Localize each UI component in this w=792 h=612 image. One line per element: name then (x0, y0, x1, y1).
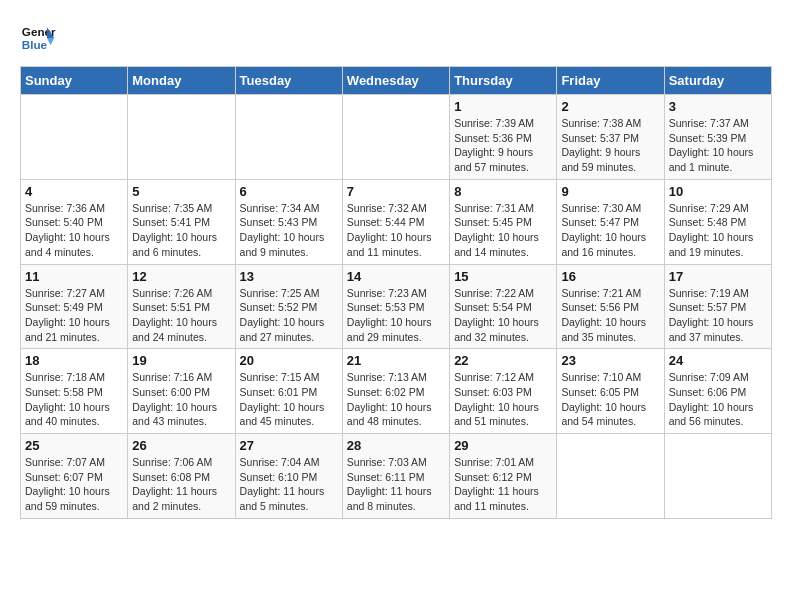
logo: General Blue (20, 20, 56, 56)
calendar: SundayMondayTuesdayWednesdayThursdayFrid… (20, 66, 772, 519)
calendar-cell: 16Sunrise: 7:21 AM Sunset: 5:56 PM Dayli… (557, 264, 664, 349)
day-number: 7 (347, 184, 445, 199)
svg-marker-3 (47, 38, 54, 45)
day-number: 21 (347, 353, 445, 368)
day-number: 25 (25, 438, 123, 453)
day-info: Sunrise: 7:29 AM Sunset: 5:48 PM Dayligh… (669, 201, 767, 260)
logo-icon: General Blue (20, 20, 56, 56)
day-info: Sunrise: 7:23 AM Sunset: 5:53 PM Dayligh… (347, 286, 445, 345)
day-info: Sunrise: 7:13 AM Sunset: 6:02 PM Dayligh… (347, 370, 445, 429)
calendar-cell: 21Sunrise: 7:13 AM Sunset: 6:02 PM Dayli… (342, 349, 449, 434)
calendar-cell: 4Sunrise: 7:36 AM Sunset: 5:40 PM Daylig… (21, 179, 128, 264)
calendar-week-5: 25Sunrise: 7:07 AM Sunset: 6:07 PM Dayli… (21, 434, 772, 519)
weekday-header-sunday: Sunday (21, 67, 128, 95)
calendar-cell: 19Sunrise: 7:16 AM Sunset: 6:00 PM Dayli… (128, 349, 235, 434)
day-number: 12 (132, 269, 230, 284)
calendar-week-1: 1Sunrise: 7:39 AM Sunset: 5:36 PM Daylig… (21, 95, 772, 180)
calendar-cell: 15Sunrise: 7:22 AM Sunset: 5:54 PM Dayli… (450, 264, 557, 349)
day-number: 13 (240, 269, 338, 284)
calendar-cell: 1Sunrise: 7:39 AM Sunset: 5:36 PM Daylig… (450, 95, 557, 180)
day-info: Sunrise: 7:34 AM Sunset: 5:43 PM Dayligh… (240, 201, 338, 260)
day-number: 2 (561, 99, 659, 114)
calendar-cell: 6Sunrise: 7:34 AM Sunset: 5:43 PM Daylig… (235, 179, 342, 264)
calendar-cell (342, 95, 449, 180)
day-number: 18 (25, 353, 123, 368)
day-number: 10 (669, 184, 767, 199)
day-number: 27 (240, 438, 338, 453)
calendar-cell (235, 95, 342, 180)
calendar-cell: 12Sunrise: 7:26 AM Sunset: 5:51 PM Dayli… (128, 264, 235, 349)
day-info: Sunrise: 7:09 AM Sunset: 6:06 PM Dayligh… (669, 370, 767, 429)
day-info: Sunrise: 7:18 AM Sunset: 5:58 PM Dayligh… (25, 370, 123, 429)
calendar-cell (128, 95, 235, 180)
calendar-cell: 10Sunrise: 7:29 AM Sunset: 5:48 PM Dayli… (664, 179, 771, 264)
day-number: 5 (132, 184, 230, 199)
day-info: Sunrise: 7:21 AM Sunset: 5:56 PM Dayligh… (561, 286, 659, 345)
day-number: 14 (347, 269, 445, 284)
day-number: 20 (240, 353, 338, 368)
day-number: 8 (454, 184, 552, 199)
day-info: Sunrise: 7:35 AM Sunset: 5:41 PM Dayligh… (132, 201, 230, 260)
weekday-header-wednesday: Wednesday (342, 67, 449, 95)
day-info: Sunrise: 7:38 AM Sunset: 5:37 PM Dayligh… (561, 116, 659, 175)
day-info: Sunrise: 7:36 AM Sunset: 5:40 PM Dayligh… (25, 201, 123, 260)
day-info: Sunrise: 7:16 AM Sunset: 6:00 PM Dayligh… (132, 370, 230, 429)
calendar-cell: 28Sunrise: 7:03 AM Sunset: 6:11 PM Dayli… (342, 434, 449, 519)
day-info: Sunrise: 7:31 AM Sunset: 5:45 PM Dayligh… (454, 201, 552, 260)
calendar-cell: 9Sunrise: 7:30 AM Sunset: 5:47 PM Daylig… (557, 179, 664, 264)
calendar-cell: 2Sunrise: 7:38 AM Sunset: 5:37 PM Daylig… (557, 95, 664, 180)
calendar-cell: 24Sunrise: 7:09 AM Sunset: 6:06 PM Dayli… (664, 349, 771, 434)
day-info: Sunrise: 7:39 AM Sunset: 5:36 PM Dayligh… (454, 116, 552, 175)
day-number: 1 (454, 99, 552, 114)
calendar-cell: 14Sunrise: 7:23 AM Sunset: 5:53 PM Dayli… (342, 264, 449, 349)
calendar-cell: 27Sunrise: 7:04 AM Sunset: 6:10 PM Dayli… (235, 434, 342, 519)
day-number: 9 (561, 184, 659, 199)
day-number: 17 (669, 269, 767, 284)
calendar-cell: 22Sunrise: 7:12 AM Sunset: 6:03 PM Dayli… (450, 349, 557, 434)
calendar-cell: 13Sunrise: 7:25 AM Sunset: 5:52 PM Dayli… (235, 264, 342, 349)
calendar-cell (664, 434, 771, 519)
day-number: 16 (561, 269, 659, 284)
calendar-cell: 11Sunrise: 7:27 AM Sunset: 5:49 PM Dayli… (21, 264, 128, 349)
calendar-cell (21, 95, 128, 180)
calendar-week-4: 18Sunrise: 7:18 AM Sunset: 5:58 PM Dayli… (21, 349, 772, 434)
calendar-cell: 17Sunrise: 7:19 AM Sunset: 5:57 PM Dayli… (664, 264, 771, 349)
day-number: 6 (240, 184, 338, 199)
calendar-cell: 29Sunrise: 7:01 AM Sunset: 6:12 PM Dayli… (450, 434, 557, 519)
calendar-cell: 20Sunrise: 7:15 AM Sunset: 6:01 PM Dayli… (235, 349, 342, 434)
day-info: Sunrise: 7:19 AM Sunset: 5:57 PM Dayligh… (669, 286, 767, 345)
day-number: 29 (454, 438, 552, 453)
calendar-cell: 7Sunrise: 7:32 AM Sunset: 5:44 PM Daylig… (342, 179, 449, 264)
weekday-header-monday: Monday (128, 67, 235, 95)
calendar-cell: 8Sunrise: 7:31 AM Sunset: 5:45 PM Daylig… (450, 179, 557, 264)
calendar-cell: 3Sunrise: 7:37 AM Sunset: 5:39 PM Daylig… (664, 95, 771, 180)
calendar-week-2: 4Sunrise: 7:36 AM Sunset: 5:40 PM Daylig… (21, 179, 772, 264)
calendar-week-3: 11Sunrise: 7:27 AM Sunset: 5:49 PM Dayli… (21, 264, 772, 349)
day-number: 3 (669, 99, 767, 114)
day-info: Sunrise: 7:03 AM Sunset: 6:11 PM Dayligh… (347, 455, 445, 514)
calendar-cell: 26Sunrise: 7:06 AM Sunset: 6:08 PM Dayli… (128, 434, 235, 519)
weekday-header-friday: Friday (557, 67, 664, 95)
day-info: Sunrise: 7:06 AM Sunset: 6:08 PM Dayligh… (132, 455, 230, 514)
day-number: 19 (132, 353, 230, 368)
day-number: 15 (454, 269, 552, 284)
day-info: Sunrise: 7:32 AM Sunset: 5:44 PM Dayligh… (347, 201, 445, 260)
day-number: 24 (669, 353, 767, 368)
day-info: Sunrise: 7:30 AM Sunset: 5:47 PM Dayligh… (561, 201, 659, 260)
day-info: Sunrise: 7:25 AM Sunset: 5:52 PM Dayligh… (240, 286, 338, 345)
day-number: 23 (561, 353, 659, 368)
day-number: 28 (347, 438, 445, 453)
day-info: Sunrise: 7:12 AM Sunset: 6:03 PM Dayligh… (454, 370, 552, 429)
svg-text:Blue: Blue (22, 38, 48, 51)
weekday-header-tuesday: Tuesday (235, 67, 342, 95)
calendar-cell: 23Sunrise: 7:10 AM Sunset: 6:05 PM Dayli… (557, 349, 664, 434)
day-info: Sunrise: 7:04 AM Sunset: 6:10 PM Dayligh… (240, 455, 338, 514)
weekday-header-row: SundayMondayTuesdayWednesdayThursdayFrid… (21, 67, 772, 95)
day-number: 4 (25, 184, 123, 199)
day-info: Sunrise: 7:10 AM Sunset: 6:05 PM Dayligh… (561, 370, 659, 429)
day-info: Sunrise: 7:15 AM Sunset: 6:01 PM Dayligh… (240, 370, 338, 429)
day-number: 26 (132, 438, 230, 453)
day-info: Sunrise: 7:26 AM Sunset: 5:51 PM Dayligh… (132, 286, 230, 345)
calendar-cell: 18Sunrise: 7:18 AM Sunset: 5:58 PM Dayli… (21, 349, 128, 434)
day-info: Sunrise: 7:22 AM Sunset: 5:54 PM Dayligh… (454, 286, 552, 345)
